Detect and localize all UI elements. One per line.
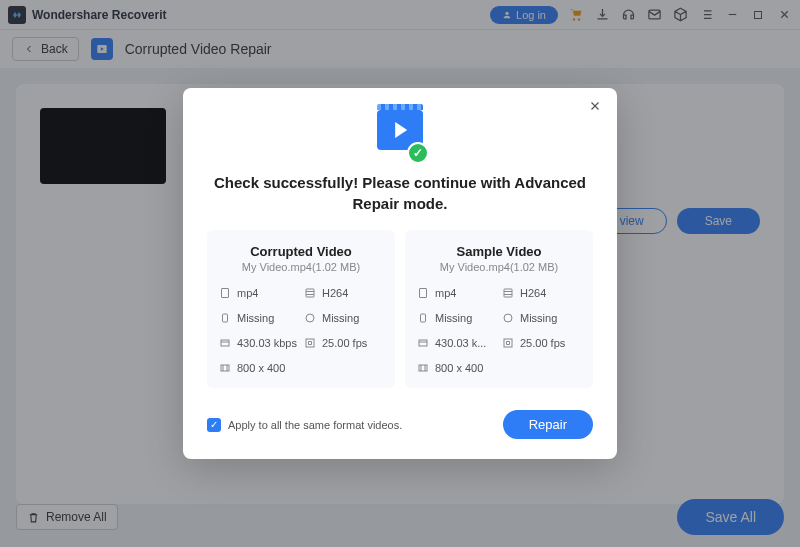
svg-rect-11 <box>420 289 427 298</box>
svg-rect-13 <box>421 314 426 322</box>
svg-rect-5 <box>306 289 314 297</box>
svg-point-14 <box>504 314 512 322</box>
dialog-message: Check successfully! Please continue with… <box>207 172 593 214</box>
svg-rect-16 <box>504 339 512 347</box>
svg-rect-12 <box>504 289 512 297</box>
close-dialog-button[interactable] <box>585 98 605 118</box>
stat-format: mp4 <box>417 287 496 299</box>
wave-icon <box>304 312 316 324</box>
file-icon <box>417 287 429 299</box>
stat-codec: H264 <box>502 287 581 299</box>
fps-icon <box>502 337 514 349</box>
file-icon <box>219 287 231 299</box>
stat-bitrate: 430.03 kbps <box>219 337 298 349</box>
apply-all-label: Apply to all the same format videos. <box>228 419 402 431</box>
stat-resolution: 800 x 400 <box>219 362 298 374</box>
svg-rect-10 <box>221 365 229 371</box>
audio-icon <box>417 312 429 324</box>
close-icon <box>588 99 602 113</box>
modal-overlay: ✓ Check successfully! Please continue wi… <box>0 0 800 547</box>
bitrate-icon <box>417 337 429 349</box>
stat-format: mp4 <box>219 287 298 299</box>
codec-icon <box>502 287 514 299</box>
repair-button[interactable]: Repair <box>503 410 593 439</box>
codec-icon <box>304 287 316 299</box>
bitrate-icon <box>219 337 231 349</box>
fps-icon <box>304 337 316 349</box>
stat-bitrate: 430.03 k... <box>417 337 496 349</box>
panel-title: Sample Video <box>417 244 581 259</box>
stat-codec: H264 <box>304 287 383 299</box>
audio-icon <box>219 312 231 324</box>
resolution-icon <box>219 362 231 374</box>
svg-rect-8 <box>221 340 229 346</box>
sample-video-panel: Sample Video My Video.mp4(1.02 MB) mp4 H… <box>405 230 593 388</box>
stat-audio: Missing <box>219 312 298 324</box>
svg-point-7 <box>306 314 314 322</box>
svg-rect-17 <box>419 365 427 371</box>
stat-fps: 25.00 fps <box>304 337 383 349</box>
panel-subtitle: My Video.mp4(1.02 MB) <box>417 261 581 273</box>
stat-audio-codec: Missing <box>502 312 581 324</box>
corrupted-video-panel: Corrupted Video My Video.mp4(1.02 MB) mp… <box>207 230 395 388</box>
stat-audio: Missing <box>417 312 496 324</box>
svg-rect-9 <box>306 339 314 347</box>
advanced-repair-dialog: ✓ Check successfully! Please continue wi… <box>183 88 617 459</box>
svg-rect-6 <box>223 314 228 322</box>
dialog-hero-icon: ✓ <box>373 110 427 158</box>
stat-fps: 25.00 fps <box>502 337 581 349</box>
checkbox-checked-icon: ✓ <box>207 418 221 432</box>
wave-icon <box>502 312 514 324</box>
svg-rect-4 <box>222 289 229 298</box>
panel-title: Corrupted Video <box>219 244 383 259</box>
panel-subtitle: My Video.mp4(1.02 MB) <box>219 261 383 273</box>
apply-all-checkbox[interactable]: ✓ Apply to all the same format videos. <box>207 418 402 432</box>
check-badge-icon: ✓ <box>407 142 429 164</box>
stat-audio-codec: Missing <box>304 312 383 324</box>
stat-resolution: 800 x 400 <box>417 362 496 374</box>
resolution-icon <box>417 362 429 374</box>
svg-rect-15 <box>419 340 427 346</box>
